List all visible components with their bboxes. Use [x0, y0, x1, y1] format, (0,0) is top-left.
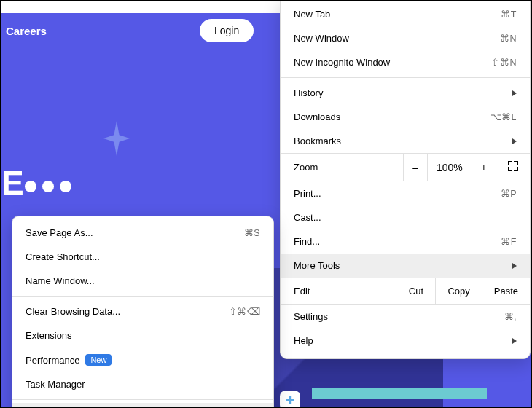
- menu-shortcut: ⌘F: [501, 236, 517, 247]
- menu-item-downloads[interactable]: Downloads ⌥⌘L: [281, 105, 530, 129]
- zoom-out-button[interactable]: –: [404, 154, 428, 181]
- menu-shortcut: ⌘N: [500, 33, 517, 44]
- menu-item-history[interactable]: History: [281, 81, 530, 105]
- more-tools-submenu: Save Page As... ⌘S Create Shortcut... Na…: [12, 216, 274, 408]
- zoom-value: 100%: [428, 154, 472, 181]
- menu-item-new-window[interactable]: New Window ⌘N: [281, 26, 530, 50]
- menu-shortcut: ⌘P: [501, 188, 517, 199]
- menu-item-cast[interactable]: Cast...: [281, 205, 530, 230]
- fullscreen-icon: [508, 161, 518, 171]
- plus-icon: +: [280, 391, 300, 407]
- menu-label: Clear Browsing Data...: [26, 306, 120, 317]
- chevron-right-icon: [512, 263, 517, 269]
- menu-label: Cast...: [294, 212, 321, 223]
- submenu-item-clear-browsing[interactable]: Clear Browsing Data... ⇧⌘⌫: [12, 299, 273, 323]
- edit-cut-button[interactable]: Cut: [396, 278, 435, 304]
- menu-shortcut: ⌘,: [504, 311, 517, 322]
- menu-separator: [281, 77, 530, 78]
- submenu-item-task-manager[interactable]: Task Manager: [12, 372, 273, 396]
- menu-label: New Incognito Window: [294, 57, 390, 68]
- menu-shortcut: ⌘T: [501, 9, 517, 20]
- menu-label: Bookmarks: [294, 136, 341, 146]
- fullscreen-button[interactable]: [496, 154, 530, 181]
- menu-label: Settings: [294, 311, 328, 322]
- menu-label: Name Window...: [26, 275, 95, 286]
- submenu-item-developer-tools[interactable]: Developer Tools ⌥⌘I: [12, 403, 273, 408]
- new-badge: New: [85, 354, 112, 366]
- menu-item-settings[interactable]: Settings ⌘,: [281, 305, 530, 329]
- menu-shortcut: ⇧⌘N: [491, 57, 517, 68]
- menu-item-help[interactable]: Help: [281, 329, 530, 353]
- nav-link-careers[interactable]: Careers: [6, 25, 47, 37]
- submenu-item-extensions[interactable]: Extensions: [12, 323, 273, 348]
- sparkle-icon: [103, 121, 130, 156]
- chevron-right-icon: [512, 90, 517, 96]
- menu-item-print[interactable]: Print... ⌘P: [281, 181, 530, 205]
- menu-separator: [12, 399, 273, 400]
- menu-label: Create Shortcut...: [26, 251, 100, 262]
- menu-item-zoom: Zoom – 100% +: [281, 153, 530, 181]
- illustration-bench: [312, 388, 487, 399]
- menu-item-new-incognito[interactable]: New Incognito Window ⇧⌘N: [281, 50, 530, 74]
- login-button[interactable]: Login: [200, 19, 254, 42]
- edit-copy-button[interactable]: Copy: [435, 278, 481, 304]
- zoom-label: Zoom: [281, 154, 403, 180]
- hero-dots: [25, 181, 71, 192]
- submenu-item-save-page[interactable]: Save Page As... ⌘S: [12, 221, 273, 245]
- menu-separator: [12, 296, 273, 297]
- menu-label: New Window: [294, 33, 349, 44]
- menu-item-edit: Edit Cut Copy Paste: [281, 278, 530, 305]
- edit-label: Edit: [281, 278, 396, 304]
- edit-paste-button[interactable]: Paste: [482, 278, 530, 304]
- menu-label: Print...: [294, 188, 321, 199]
- hero-text-fragment: E: [1, 163, 23, 203]
- menu-label: Help: [294, 335, 313, 346]
- menu-label: New Tab: [294, 9, 330, 20]
- browser-main-menu: New Tab ⌘T New Window ⌘N New Incognito W…: [280, 0, 531, 359]
- menu-item-find[interactable]: Find... ⌘F: [281, 230, 530, 254]
- submenu-item-performance[interactable]: Performance New: [12, 348, 273, 372]
- chevron-right-icon: [512, 138, 517, 144]
- menu-label: Performance: [26, 355, 79, 366]
- menu-shortcut: ⌥⌘L: [490, 111, 517, 122]
- menu-label: Task Manager: [26, 379, 85, 390]
- submenu-item-name-window[interactable]: Name Window...: [12, 269, 273, 293]
- menu-label: History: [294, 87, 323, 98]
- menu-label: Save Page As...: [26, 227, 93, 238]
- menu-shortcut: ⌘S: [244, 227, 260, 238]
- submenu-item-create-shortcut[interactable]: Create Shortcut...: [12, 245, 273, 269]
- chevron-right-icon: [512, 338, 517, 344]
- menu-item-more-tools[interactable]: More Tools: [281, 254, 530, 278]
- menu-label: Extensions: [26, 330, 72, 341]
- menu-label: More Tools: [294, 260, 340, 271]
- menu-item-bookmarks[interactable]: Bookmarks: [281, 129, 530, 153]
- menu-shortcut: ⇧⌘⌫: [229, 306, 261, 317]
- menu-label: Find...: [294, 236, 320, 247]
- menu-label: Downloads: [294, 111, 340, 122]
- zoom-in-button[interactable]: +: [472, 154, 496, 181]
- menu-item-new-tab[interactable]: New Tab ⌘T: [281, 2, 530, 26]
